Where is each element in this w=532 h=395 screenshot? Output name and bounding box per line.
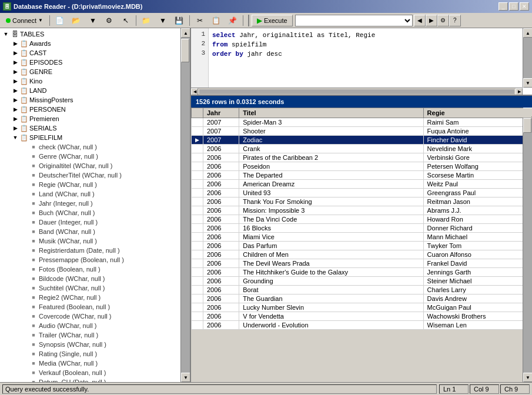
table-row[interactable]: 2006 The Devil Wears Prada Frankel David bbox=[192, 259, 532, 268]
tree-field-item[interactable]: ■ Featured (Boolean, null ) bbox=[20, 302, 189, 312]
execute-button[interactable]: ▶ Execute bbox=[252, 15, 293, 26]
results-vthumb[interactable] bbox=[523, 118, 531, 133]
cursor-button[interactable]: ↖ bbox=[118, 14, 133, 27]
connect-dropdown-icon[interactable]: ▼ bbox=[38, 18, 43, 23]
table-row[interactable]: 2006 Lucky Number Slevin McGuigan Paul bbox=[192, 303, 532, 312]
tree-field-item[interactable]: ■ Land (WChar, null ) bbox=[20, 189, 189, 199]
sql-vscroll-down[interactable]: ▼ bbox=[523, 78, 532, 88]
tree-field-item[interactable]: ■ Audio (WChar, null ) bbox=[20, 321, 189, 330]
sql-scroll-right[interactable]: ▶ bbox=[516, 88, 523, 95]
tree-field-item[interactable]: ■ DeutscherTitel (WChar, null ) bbox=[20, 170, 189, 180]
table-row[interactable]: 2006 Poseidon Petersen Wolfang bbox=[192, 162, 532, 171]
col-regie[interactable]: Regie bbox=[423, 108, 531, 118]
table-row[interactable]: 2006 American Dreamz Weitz Paul bbox=[192, 180, 532, 189]
tree-field-item[interactable]: ■ Band (WChar, null ) bbox=[20, 227, 189, 236]
sql-scroll-left[interactable]: ◀ bbox=[191, 88, 198, 95]
tree-field-item[interactable]: ■ Rating (Single, null ) bbox=[20, 349, 189, 359]
toggle-personen[interactable]: ▶ bbox=[12, 106, 19, 113]
dropdown-btn1[interactable]: ▼ bbox=[85, 14, 101, 27]
sql-hscrollbar[interactable]: ◀ ▶ bbox=[191, 88, 523, 95]
tree-root-tables[interactable]: ▼ 🗄 TABLES bbox=[1, 29, 189, 39]
tree-item-episodes[interactable]: ▶ 📋 EPISODES bbox=[11, 58, 189, 67]
toggle-missingposters[interactable]: ▶ bbox=[12, 96, 19, 103]
scroll-down-btn[interactable]: ▼ bbox=[181, 373, 190, 382]
save-button[interactable]: 💾 bbox=[172, 14, 187, 27]
table-row[interactable]: 2006 Mission: Impossible 3 Abrams J.J. bbox=[192, 206, 532, 215]
col-titel[interactable]: Titel bbox=[239, 108, 423, 118]
toolbar-more-btn3[interactable]: ⚙ bbox=[437, 15, 449, 26]
toggle-genre[interactable]: ▶ bbox=[12, 68, 19, 75]
toggle-kino[interactable]: ▶ bbox=[12, 78, 19, 85]
paste-button[interactable]: 📌 bbox=[225, 14, 240, 27]
toggle-land[interactable]: ▶ bbox=[12, 87, 19, 94]
results-table-container[interactable]: Jahr Titel Regie 2007 Spider-Man 3 Raimi… bbox=[191, 108, 532, 382]
tree-item-awards[interactable]: ▶ 📋 Awards bbox=[11, 39, 189, 48]
maximize-button[interactable]: □ bbox=[509, 2, 518, 11]
table-row[interactable]: 2006 The Departed Scorsese Martin bbox=[192, 171, 532, 180]
table-row[interactable]: 2006 Das Parfum Twyker Tom bbox=[192, 242, 532, 250]
toolbar-more-btn4[interactable]: ? bbox=[449, 15, 461, 26]
tree-item-land[interactable]: ▶ 📋 LAND bbox=[11, 86, 189, 95]
toggle-episodes[interactable]: ▶ bbox=[12, 59, 19, 66]
table-row[interactable]: 2006 United 93 Greengrass Paul bbox=[192, 189, 532, 198]
tree-field-item[interactable]: ■ Buch (WChar, null ) bbox=[20, 208, 189, 217]
toggle-awards[interactable]: ▶ bbox=[12, 40, 19, 47]
tree-field-item[interactable]: ■ Regie2 (WChar, null ) bbox=[20, 293, 189, 302]
table-row[interactable]: 2006 The Guardian Davis Andrew bbox=[192, 294, 532, 303]
tree-field-item[interactable]: ■ Pressemappe (Boolean, null ) bbox=[20, 255, 189, 265]
sql-history-combo[interactable] bbox=[295, 15, 413, 26]
tree-item-kino[interactable]: ▶ 📋 Kino bbox=[11, 76, 189, 86]
toolbar-more-btn1[interactable]: ◀ bbox=[414, 15, 426, 26]
table-row[interactable]: 2006 The Da Vinci Code Howard Ron bbox=[192, 215, 532, 224]
col-jahr[interactable]: Jahr bbox=[203, 108, 239, 118]
results-vscrollbar[interactable]: ▲ ▼ bbox=[523, 108, 532, 382]
table-row[interactable]: 2006 16 Blocks Donner Richard bbox=[192, 224, 532, 233]
tree-field-item[interactable]: ■ Bildcode (WChar, null ) bbox=[20, 274, 189, 283]
tree-field-item[interactable]: ■ Registrierdatum (Date, null ) bbox=[20, 246, 189, 255]
toggle-premieren[interactable]: ▶ bbox=[12, 115, 19, 122]
minimize-button[interactable]: _ bbox=[498, 2, 508, 11]
settings-button[interactable]: ⚙ bbox=[102, 14, 117, 27]
table-row[interactable]: 2006 The Hitchhiker's Guide to the Galax… bbox=[192, 268, 532, 277]
table-row[interactable]: 2006 Thank You For Smoking Reitman Jason bbox=[192, 198, 532, 206]
tree-field-item[interactable]: ■ Datum_CH (Date, null ) bbox=[20, 377, 189, 382]
scroll-up-btn[interactable]: ▲ bbox=[181, 28, 190, 38]
table-row[interactable]: 2006 Underworld - Evolution Wiseman Len bbox=[192, 321, 532, 330]
sql-text[interactable]: select Jahr, originaltitel as Titel, Reg… bbox=[209, 28, 532, 95]
toolbar-more-btn2[interactable]: ▶ bbox=[426, 15, 437, 26]
tree-item-serials[interactable]: ▶ 📋 SERIALS bbox=[11, 123, 189, 133]
tree-field-item[interactable]: ■ Regie (WChar, null ) bbox=[20, 180, 189, 189]
table-row[interactable]: 2006 Crank Neveldine Mark bbox=[192, 145, 532, 153]
table-row[interactable]: 2007 Spider-Man 3 Raimi Sam bbox=[192, 118, 532, 127]
tree-field-item[interactable]: ■ Fotos (Boolean, null ) bbox=[20, 265, 189, 274]
tree-field-item[interactable]: ■ Dauer (Integer, null ) bbox=[20, 217, 189, 227]
tree-field-item[interactable]: ■ Musik (WChar, null ) bbox=[20, 236, 189, 246]
table-row[interactable]: 2006 Children of Men Cuaron Alfonso bbox=[192, 250, 532, 259]
new-button[interactable]: 📄 bbox=[52, 14, 68, 27]
tree-item-premieren[interactable]: ▶ 📋 Premieren bbox=[11, 114, 189, 123]
copy-button[interactable]: 📋 bbox=[209, 14, 224, 27]
tree-field-item[interactable]: ■ Synopsis (WChar, null ) bbox=[20, 340, 189, 349]
tree-toggle-tables[interactable]: ▼ bbox=[2, 31, 9, 38]
tree-field-item[interactable]: ■ Jahr (Integer, null ) bbox=[20, 199, 189, 208]
table-row[interactable]: 2007 Shooter Fuqua Antoine bbox=[192, 127, 532, 136]
sql-vscroll-up[interactable]: ▲ bbox=[523, 28, 532, 38]
open-button[interactable]: 📂 bbox=[69, 14, 84, 27]
tree-field-item[interactable]: ■ Media (WChar, null ) bbox=[20, 359, 189, 368]
tree-item-cast[interactable]: ▶ 📋 CAST bbox=[11, 48, 189, 58]
tree-item-missingposters[interactable]: ▶ 📋 MissingPosters bbox=[11, 95, 189, 105]
dropdown-btn2[interactable]: ▼ bbox=[155, 14, 170, 27]
tree-field-item[interactable]: ■ Genre (WChar, null ) bbox=[20, 152, 189, 161]
table-row[interactable]: 2006 Pirates of the Caribbean 2 Verbinsk… bbox=[192, 153, 532, 162]
close-button[interactable]: ✕ bbox=[520, 2, 529, 11]
connect-button[interactable]: Connect ▼ bbox=[2, 14, 47, 27]
toggle-cast[interactable]: ▶ bbox=[12, 49, 19, 56]
table-row[interactable]: 2006 Borat Charles Larry bbox=[192, 286, 532, 294]
folder-button[interactable]: 📁 bbox=[139, 14, 154, 27]
table-row[interactable]: ▶ 2007 Zodiac Fincher David bbox=[192, 136, 532, 145]
scroll-thumb[interactable] bbox=[181, 39, 189, 62]
sql-vscrollbar[interactable]: ▲ ▼ bbox=[523, 28, 532, 88]
cut-button[interactable]: ✂ bbox=[192, 14, 208, 27]
results-scroll-down[interactable]: ▼ bbox=[523, 373, 532, 382]
tree-field-item[interactable]: ■ Trailer (WChar, null ) bbox=[20, 330, 189, 340]
